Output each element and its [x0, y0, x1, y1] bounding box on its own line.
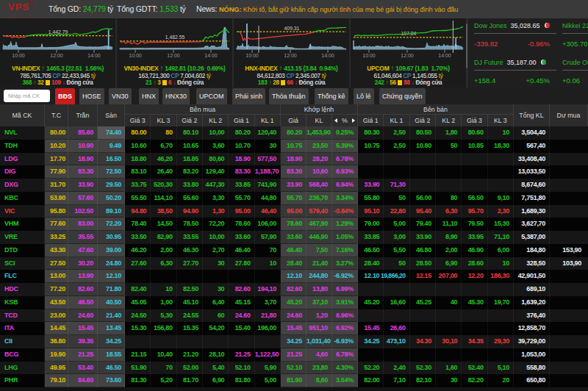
svg-text:10:00: 10:00: [362, 53, 376, 58]
svg-text:10:00: 10:00: [12, 53, 25, 58]
svg-text:10:00: 10:00: [129, 53, 142, 58]
svg-text:14:00: 14:00: [321, 53, 334, 58]
svg-text:12:00: 12:00: [284, 53, 297, 58]
svg-text:10:00: 10:00: [245, 53, 259, 58]
svg-text:12:00: 12:00: [167, 53, 180, 58]
svg-text:1,442.79: 1,442.79: [49, 29, 68, 35]
svg-text:409.31: 409.31: [284, 26, 300, 31]
svg-text:12:00: 12:00: [401, 53, 414, 58]
svg-text:14:00: 14:00: [438, 53, 451, 58]
svg-text:14:00: 14:00: [87, 53, 101, 58]
svg-text:14:00: 14:00: [204, 53, 218, 58]
svg-text:12:00: 12:00: [50, 53, 63, 58]
svg-text:1,482.55: 1,482.55: [165, 35, 185, 40]
